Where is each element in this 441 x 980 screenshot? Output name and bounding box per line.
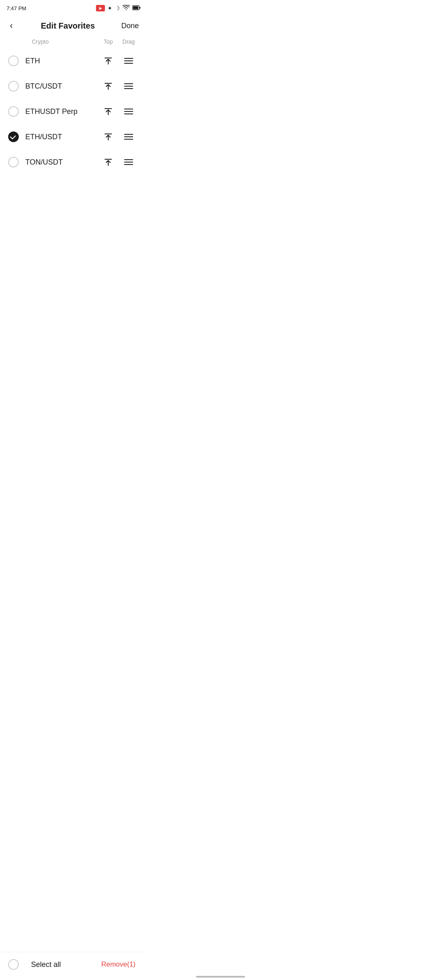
status-time: 7:47 PM — [7, 5, 26, 11]
bluetooth-icon: ✦ — [107, 5, 112, 11]
status-bar: 7:47 PM ▶ ✦ ☽ — [0, 0, 147, 15]
ethusdtperp-top-button[interactable] — [98, 107, 118, 116]
svg-rect-1 — [133, 7, 138, 9]
wifi-icon — [122, 5, 130, 12]
moon-icon: ☽ — [115, 5, 120, 11]
ethusdt-top-button[interactable] — [98, 132, 118, 142]
tonusdt-drag-handle[interactable] — [118, 159, 139, 165]
ethusdtperp-label: ETHUSDT Perp — [25, 107, 98, 116]
ethusdt-label: ETH/USDT — [25, 133, 98, 141]
ethusdtperp-checkbox[interactable] — [8, 106, 19, 117]
page-title: Edit Favorites — [41, 21, 95, 31]
battery-icon — [132, 5, 140, 11]
list-item: ETHUSDT Perp — [3, 99, 144, 124]
eth-top-button[interactable] — [98, 56, 118, 66]
svg-rect-2 — [140, 7, 141, 9]
tonusdt-label: TON/USDT — [25, 158, 98, 167]
btcusdt-top-button[interactable] — [98, 81, 118, 91]
favorites-list: ETH BTC/USDT — [0, 48, 147, 175]
btcusdt-checkbox[interactable] — [8, 81, 19, 91]
list-item: ETH/USDT — [3, 124, 144, 149]
camera-icon: ▶ — [96, 5, 105, 11]
eth-label: ETH — [25, 57, 98, 65]
drag-column-header: Drag — [118, 38, 139, 45]
list-item: TON/USDT — [3, 149, 144, 175]
btcusdt-drag-handle[interactable] — [118, 83, 139, 89]
done-button[interactable]: Done — [121, 22, 139, 30]
ethusdt-checkbox[interactable] — [8, 131, 19, 142]
ethusdt-drag-handle[interactable] — [118, 134, 139, 140]
column-headers: Crypto Top Drag — [0, 38, 147, 48]
list-item: ETH — [3, 48, 144, 74]
top-column-header: Top — [98, 38, 118, 45]
eth-drag-handle[interactable] — [118, 58, 139, 64]
header: ‹ Edit Favorites Done — [0, 15, 147, 38]
crypto-column-header: Crypto — [32, 38, 98, 45]
btcusdt-label: BTC/USDT — [25, 82, 98, 91]
tonusdt-top-button[interactable] — [98, 157, 118, 167]
ethusdtperp-drag-handle[interactable] — [118, 109, 139, 114]
eth-checkbox[interactable] — [8, 56, 19, 66]
back-button[interactable]: ‹ — [8, 20, 14, 32]
tonusdt-checkbox[interactable] — [8, 157, 19, 167]
list-item: BTC/USDT — [3, 74, 144, 99]
status-icons: ▶ ✦ ☽ — [96, 5, 140, 12]
